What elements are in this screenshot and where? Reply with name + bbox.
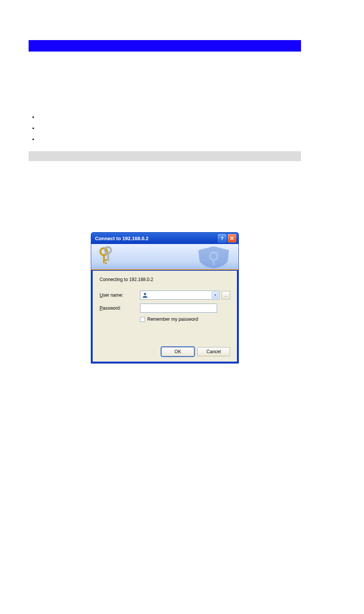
blue-title-bar bbox=[29, 40, 301, 52]
remember-password-checkbox[interactable] bbox=[140, 317, 145, 322]
ok-button[interactable]: OK bbox=[161, 347, 194, 356]
bullet-list bbox=[31, 114, 42, 147]
username-label: User name: bbox=[100, 292, 140, 298]
help-button[interactable]: ? bbox=[218, 234, 226, 242]
password-label: Password: bbox=[100, 305, 140, 311]
cancel-button[interactable]: Cancel bbox=[197, 347, 230, 356]
grey-section-bar bbox=[29, 151, 301, 161]
username-input[interactable] bbox=[140, 291, 219, 300]
dialog-body: Connecting to 192.168.0.2 User name: ...… bbox=[93, 271, 237, 362]
svg-rect-5 bbox=[107, 252, 109, 261]
bullet-item bbox=[38, 136, 42, 147]
bullet-item bbox=[38, 125, 42, 136]
close-button[interactable] bbox=[228, 234, 236, 242]
svg-rect-3 bbox=[105, 262, 107, 264]
remember-password-label: Remember my password bbox=[147, 317, 198, 322]
keys-icon bbox=[98, 246, 115, 267]
password-input[interactable] bbox=[140, 304, 217, 313]
shield-icon bbox=[193, 245, 235, 269]
user-icon bbox=[142, 292, 148, 298]
dialog-banner bbox=[91, 244, 238, 270]
connecting-status: Connecting to 192.168.0.2 bbox=[100, 277, 230, 282]
svg-rect-2 bbox=[105, 259, 108, 261]
svg-rect-7 bbox=[213, 259, 215, 265]
svg-rect-1 bbox=[103, 254, 105, 263]
dialog-title: Connect to 192.168.0.2 bbox=[95, 236, 216, 241]
browse-button[interactable]: ... bbox=[222, 291, 230, 299]
auth-dialog: Connect to 192.168.0.2 ? Connect bbox=[91, 233, 238, 363]
bullet-item bbox=[38, 114, 42, 125]
svg-point-4 bbox=[105, 247, 111, 253]
dialog-titlebar[interactable]: Connect to 192.168.0.2 ? bbox=[91, 233, 238, 244]
chevron-down-icon[interactable] bbox=[212, 292, 218, 299]
svg-point-8 bbox=[144, 293, 146, 295]
